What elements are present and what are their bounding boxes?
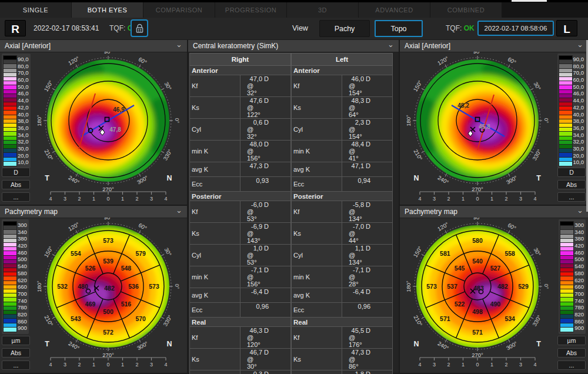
svg-text:554: 554: [71, 250, 81, 257]
svg-text:571: 571: [440, 315, 450, 322]
map-controls: D Abs ...: [557, 168, 586, 202]
unit-button[interactable]: µm: [2, 336, 30, 345]
section-row: Real: [292, 318, 393, 327]
svg-text:90°: 90°: [104, 218, 113, 221]
unit-button[interactable]: µm: [557, 336, 586, 345]
more-button[interactable]: ...: [2, 360, 30, 370]
panel-header[interactable]: Axial [Anterior] ⌄: [400, 40, 588, 52]
svg-text:581: 581: [440, 250, 450, 257]
panel-header[interactable]: Pachymetry map ⌄: [400, 206, 588, 218]
table-row: Kf46,3 D@ 120°: [190, 327, 291, 349]
table-row: Cyl2,3 D@ 154°: [292, 119, 393, 141]
scale-labels: 3003403804204605005405806206607007407808…: [574, 222, 584, 332]
svg-text:482: 482: [497, 283, 508, 290]
calculator-lock-button[interactable]: [131, 19, 148, 37]
table-row: min K48,0 D@ 156°: [190, 141, 291, 162]
chevron-down-icon[interactable]: ⌄: [577, 40, 583, 49]
table-row: avg K-6,4 D: [292, 288, 393, 303]
table-row: avg K-6,4 D: [190, 288, 291, 303]
svg-text:3: 3: [519, 362, 522, 368]
panel-title: Axial [Anterior]: [5, 42, 51, 50]
svg-text:210°: 210°: [412, 314, 423, 328]
topo-view-button[interactable]: Topo: [375, 20, 423, 37]
chevron-down-icon[interactable]: ⌄: [577, 206, 583, 215]
svg-text:490: 490: [490, 300, 501, 308]
table-row: Cyl1,0 D@ 53°: [190, 245, 291, 266]
svg-text:3: 3: [433, 196, 436, 202]
tab-both-eyes[interactable]: BOTH EYES: [72, 2, 143, 18]
tab-single[interactable]: SINGLE: [0, 2, 72, 18]
unit-button[interactable]: D: [557, 168, 586, 177]
abs-button[interactable]: Abs: [2, 180, 30, 189]
svg-text:120°: 120°: [436, 55, 450, 66]
abs-button[interactable]: Abs: [2, 348, 30, 358]
abs-button[interactable]: Abs: [557, 180, 586, 189]
unit-button[interactable]: D: [2, 168, 30, 177]
svg-text:4: 4: [418, 196, 421, 202]
svg-text:527: 527: [490, 265, 501, 272]
svg-text:570: 570: [135, 315, 146, 322]
svg-text:150°: 150°: [412, 245, 423, 259]
svg-text:330°: 330°: [531, 314, 542, 328]
svg-text:0: 0: [476, 362, 479, 368]
svg-text:N: N: [166, 340, 172, 348]
svg-text:120°: 120°: [67, 55, 81, 66]
svg-text:30°: 30°: [532, 81, 542, 91]
pachymetry-color-scale: 3003403804204605005405806206607007407808…: [559, 219, 586, 334]
more-button[interactable]: ...: [557, 192, 586, 202]
more-button[interactable]: ...: [2, 192, 30, 202]
table-row: min K48,4 D@ 41°: [292, 141, 393, 162]
panel-axial-right: Axial [Anterior] ⌄ 90,080,070,060,050,04…: [0, 40, 187, 205]
svg-text:498: 498: [472, 308, 483, 315]
svg-text:46,9: 46,9: [113, 106, 125, 113]
svg-text:3: 3: [519, 196, 522, 202]
svg-text:330°: 330°: [162, 148, 173, 162]
svg-text:522: 522: [455, 300, 465, 308]
chevron-down-icon[interactable]: ⌄: [176, 206, 182, 215]
scale-swatches: [4, 56, 16, 166]
section-row: Anterior: [190, 66, 291, 75]
abs-button[interactable]: Abs: [557, 348, 586, 358]
tab-3d: 3D: [287, 2, 359, 18]
scale-swatches: [4, 222, 16, 332]
svg-text:548: 548: [121, 265, 132, 272]
svg-text:330°: 330°: [531, 148, 542, 162]
svg-text:0: 0: [106, 196, 109, 202]
svg-text:1: 1: [462, 196, 465, 202]
left-exam-datetime-select[interactable]: 2022-02-17 08:58:06: [477, 21, 554, 36]
map-controls: µm Abs ...: [557, 336, 586, 370]
table-row: min K-7,1 D@ 156°: [190, 266, 291, 288]
panel-title: Pachymetry map: [5, 208, 58, 216]
table-row: Kf-5,8 D@ 134°: [292, 201, 393, 223]
panel-header[interactable]: Axial [Anterior] ⌄: [0, 40, 187, 52]
svg-text:N: N: [413, 340, 419, 348]
panel-pachymetry-right: Pachymetry map ⌄ 30034038042046050054058…: [0, 206, 187, 373]
section-row: Posterior: [190, 192, 291, 201]
axial-map-left: 90°60°30°0°330°300°270°240°210°180°150°1…: [401, 52, 554, 204]
tab-progression: PROGRESSION: [215, 2, 287, 18]
more-button[interactable]: ...: [557, 360, 586, 370]
table-row: Kf-6,0 D@ 53°: [190, 201, 291, 223]
right-eye-button[interactable]: R: [5, 20, 26, 36]
chevron-down-icon[interactable]: ⌄: [387, 40, 394, 49]
panel-header[interactable]: Pachymetry map ⌄: [0, 206, 187, 218]
left-eye-button[interactable]: L: [556, 20, 577, 36]
svg-text:539: 539: [103, 258, 113, 265]
app-window: SINGLEBOTH EYESCOMPARISONPROGRESSION3DAD…: [0, 0, 588, 374]
table-row: Cyl1,1 D@ 134°: [292, 245, 393, 266]
svg-text:529: 529: [518, 283, 529, 290]
svg-text:3: 3: [150, 362, 153, 368]
svg-text:2: 2: [78, 362, 81, 368]
table-row: Ks-7,0 D@ 44°: [292, 223, 393, 245]
tab-advanced: ADVANCED: [359, 2, 430, 18]
table-row: Ks47,6 D@ 122°: [190, 97, 291, 119]
svg-text:579: 579: [135, 250, 146, 257]
chevron-down-icon[interactable]: ⌄: [176, 40, 182, 49]
pachymetry-map-left: 90°60°30°0°330°300°270°240°210°180°150°1…: [401, 218, 554, 370]
panel-header[interactable]: Central keratometry (SimK) ⌄: [188, 40, 399, 52]
svg-text:0: 0: [106, 362, 109, 368]
table-row: min K-7,1 D@ 28°: [292, 266, 393, 288]
pachy-view-button[interactable]: Pachy: [319, 20, 370, 37]
svg-text:270°: 270°: [472, 352, 483, 358]
pachymetry-map-right: 90°60°30°0°330°300°270°240°210°180°150°1…: [32, 218, 185, 370]
